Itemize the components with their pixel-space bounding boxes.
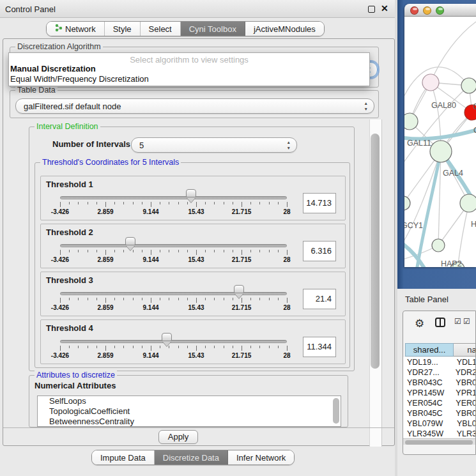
network-icon [55, 24, 63, 34]
table-row[interactable]: YPR145WYPR1 [403, 388, 476, 398]
network-canvas[interactable]: GAL80GGAL11GAL4GCY1HHAP2C [404, 17, 476, 267]
tab-network[interactable]: Network [47, 22, 105, 36]
tab-label: jActiveMNodules [254, 24, 316, 34]
table-row[interactable]: YBR045CYBR0 [403, 408, 476, 418]
close-traffic-light-icon[interactable] [410, 6, 418, 15]
tab-jactivemnodules[interactable]: jActiveMNodules [245, 22, 324, 36]
list-item[interactable]: SelfLoops [38, 396, 341, 406]
network-node-label: H [471, 220, 476, 229]
minimize-traffic-light-icon[interactable] [423, 6, 431, 15]
slider-thumb[interactable] [186, 189, 196, 202]
threshold-value-field[interactable]: 21.4 [303, 289, 336, 309]
numerical-attributes-label: Numerical Attributes [35, 381, 116, 390]
slider-tick [105, 346, 106, 351]
list-item[interactable]: TopologicalCoefficient [38, 406, 341, 417]
slider-thumb[interactable] [125, 237, 135, 250]
network-node-green[interactable] [460, 194, 476, 212]
gear-icon[interactable]: ⚙ [415, 317, 424, 330]
network-node-green[interactable] [461, 78, 476, 93]
slider-tick [96, 250, 97, 252]
number-of-intervals-spinner[interactable]: 5 ▲▼ [131, 137, 297, 153]
table-hscrollbar-thumb[interactable] [405, 440, 473, 445]
threshold-value-field[interactable]: 6.316 [303, 241, 336, 261]
slider-tick [133, 298, 134, 300]
tick-label: 28 [283, 352, 290, 359]
split-columns-icon[interactable] [435, 318, 445, 330]
table-row[interactable]: YDL19...YDL1 [403, 357, 476, 367]
close-icon[interactable]: ✕ [381, 3, 388, 13]
menu-item-equal-width-frequency[interactable]: Equal Width/Frequency Discretization [9, 74, 369, 84]
table-data-combobox[interactable]: galFiltered.sif default node ▲▼ [15, 98, 374, 114]
threshold-value-field[interactable]: 14.713 [303, 193, 336, 213]
tab-discretize-data[interactable]: Discretize Data [155, 450, 228, 464]
table-rows[interactable]: YDL19...YDL1YDR27...YDR2YBR043CYBR0YPR14… [403, 357, 476, 438]
slider-track[interactable] [60, 340, 287, 343]
tab-style[interactable]: Style [105, 22, 141, 36]
network-node-green[interactable] [404, 113, 418, 130]
tick-label: -3.426 [51, 256, 69, 263]
algorithm-hint-item[interactable]: Select algorithm to view settings [9, 53, 369, 64]
column-header-name[interactable]: name [454, 343, 476, 357]
slider-tick [88, 346, 88, 348]
float-window-icon[interactable] [368, 6, 375, 13]
table-row[interactable]: YLR345WYLR3 [403, 429, 476, 438]
slider-thumb[interactable] [234, 285, 244, 298]
threshold-value-field[interactable]: 11.344 [303, 337, 336, 357]
slider-tick [114, 346, 115, 348]
list-scrollbar-thumb[interactable] [333, 398, 339, 424]
slider-tick [123, 298, 124, 300]
cell-shared-name: YER054C [403, 398, 452, 408]
zoom-traffic-light-icon[interactable] [436, 6, 444, 15]
network-node-green[interactable] [430, 141, 452, 162]
slider-thumb-point [126, 245, 135, 250]
table-row[interactable]: YBR043CYBR0 [403, 378, 476, 388]
discretization-algorithm-title: Discretization Algorithm [15, 42, 103, 51]
slider-track[interactable] [60, 292, 287, 295]
tick-label: 21.715 [232, 304, 252, 311]
slider-tick [69, 298, 70, 300]
threshold-label: Threshold 4 [46, 323, 93, 333]
cell-name: YBR0 [452, 408, 476, 418]
slider-thumb[interactable] [162, 333, 172, 346]
panel-scrollbar-thumb[interactable] [371, 134, 380, 369]
table-row[interactable]: YDR27...YDR2 [403, 367, 476, 378]
tab-cyni-toolbox[interactable]: Cyni Toolbox [181, 22, 245, 36]
table-row[interactable]: YBL079WYBL0 [403, 418, 476, 429]
checkbox-icon[interactable]: ☑ [454, 317, 461, 326]
slider-tick [178, 346, 179, 348]
slider-tick [78, 250, 79, 252]
table-hscrollbar[interactable] [403, 438, 476, 445]
slider-tick [250, 298, 251, 300]
tab-label: Network [65, 24, 96, 34]
apply-button[interactable]: Apply [158, 430, 198, 444]
slider-tick [88, 250, 88, 252]
tab-label: Style [113, 24, 132, 34]
bottom-tab-bar: Impute DataDiscretize DataInfer Network [91, 450, 295, 465]
checkbox-icon[interactable]: ☑ [463, 317, 470, 326]
network-view-window[interactable]: GAL80GGAL11GAL4GCY1HHAP2C [404, 4, 476, 267]
tab-infer-network[interactable]: Infer Network [228, 450, 294, 464]
slider-tick [142, 250, 142, 252]
menu-item-manual-discretization[interactable]: Manual Discretization [9, 64, 369, 74]
slider-track[interactable] [60, 196, 287, 199]
numerical-attributes-list[interactable]: SelfLoopsTopologicalCoefficientBetweenne… [37, 395, 341, 427]
tick-label: 2.859 [97, 256, 113, 263]
tick-label: 28 [283, 208, 290, 215]
network-node-green[interactable] [404, 196, 410, 210]
table-row[interactable]: YER054CYER0 [403, 398, 476, 408]
slider-tick [178, 202, 179, 204]
tab-select[interactable]: Select [141, 22, 181, 36]
algorithm-dropdown-popup: Select algorithm to view settings Manual… [8, 52, 370, 86]
slider-tick [60, 250, 61, 255]
tab-impute-data[interactable]: Impute Data [92, 450, 155, 464]
tab-label: Select [149, 24, 172, 34]
network-node-label: C [473, 126, 476, 135]
network-node-pink[interactable] [422, 74, 439, 91]
slider-tick [250, 346, 251, 348]
column-header-shared[interactable]: shared... [405, 343, 454, 357]
slider-tick [187, 346, 188, 348]
slider-track[interactable] [60, 244, 287, 247]
list-item[interactable]: BetweennessCentrality [38, 417, 341, 427]
slider-tick [133, 202, 134, 204]
network-node-green[interactable] [432, 239, 445, 252]
